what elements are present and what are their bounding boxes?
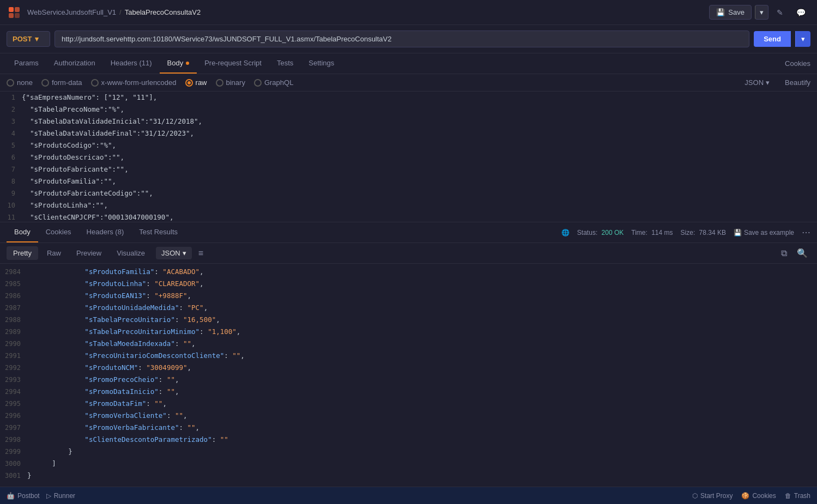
response-line: 2996 "sPromoVerbaCliente": "", xyxy=(0,410,817,422)
radio-none[interactable]: none xyxy=(7,78,33,87)
view-tab-pretty[interactable]: Pretty xyxy=(7,246,38,260)
body-format-selector[interactable]: JSON ▾ xyxy=(745,78,770,87)
svg-rect-0 xyxy=(9,7,14,12)
search-response-button[interactable]: 🔍 xyxy=(794,246,810,260)
response-line: 2984 "sProdutoFamilia": "ACABADO", xyxy=(0,266,817,278)
trash-button[interactable]: 🗑 Trash xyxy=(785,492,810,500)
response-line: 2985 "sProdutoLinha": "CLAREADOR", xyxy=(0,278,817,290)
tab-settings[interactable]: Settings xyxy=(301,53,342,74)
request-tab-bar: Params Authorization Headers (11) Body P… xyxy=(0,53,817,74)
editor-line: 10 "sProdutoLinha":"", xyxy=(0,199,817,211)
save-button[interactable]: 💾 Save xyxy=(709,5,752,20)
response-tab-body[interactable]: Body xyxy=(7,222,38,242)
tab-headers[interactable]: Headers (11) xyxy=(103,53,160,74)
comment-icon-button[interactable]: 💬 xyxy=(791,5,810,20)
globe-icon: 🌐 xyxy=(561,229,570,236)
tab-authorization[interactable]: Authorization xyxy=(46,53,103,74)
editor-line: 7 "sProdutoFabricante":"", xyxy=(0,163,817,175)
radio-graphql[interactable]: GraphQL xyxy=(254,78,293,87)
request-area: POST ▾ Send ▾ xyxy=(0,25,817,53)
request-body-editor[interactable]: 1{"saEmpresaNumero": ["12", "11"],2 "sTa… xyxy=(0,92,817,222)
response-tab-cookies[interactable]: Cookies xyxy=(38,222,79,242)
json-badge[interactable]: JSON ▾ xyxy=(745,78,770,87)
save-icon-small: 💾 xyxy=(734,229,742,236)
breadcrumb-separator: / xyxy=(119,8,122,16)
radio-circle-binary xyxy=(216,79,223,87)
response-format-selector[interactable]: JSON ▾ xyxy=(156,247,192,259)
time-value: 114 ms xyxy=(651,229,673,236)
response-view-bar: Pretty Raw Preview Visualize JSON ▾ ≡ ⧉ … xyxy=(0,243,817,264)
response-line: 2993 "sPromoPrecoCheio": "", xyxy=(0,374,817,386)
runner-icon: ▷ xyxy=(46,492,51,500)
radio-circle-raw xyxy=(185,79,193,87)
filter-icon[interactable]: ≡ xyxy=(198,248,203,258)
editor-line: 5 "sProdutoCodigo":"%", xyxy=(0,139,817,151)
save-as-example-button[interactable]: 💾 Save as example xyxy=(734,229,794,236)
postbot-button[interactable]: 🤖 Postbot xyxy=(7,492,40,500)
response-line: 2998 "sClienteDescontoParametrizado": "" xyxy=(0,434,817,446)
cookies-button[interactable]: 🍪 Cookies xyxy=(741,492,776,500)
editor-line: 2 "sTabelaPrecoNome":"%", xyxy=(0,104,817,116)
edit-icon-button[interactable]: ✎ xyxy=(772,5,788,20)
breadcrumb-current: TabelaPrecoConsultaV2 xyxy=(125,8,201,16)
send-dropdown-button[interactable]: ▾ xyxy=(795,31,810,47)
response-line: 2995 "sPromoDataFim": "", xyxy=(0,398,817,410)
url-input[interactable] xyxy=(55,31,749,47)
size-info: Size: 78.34 KB xyxy=(681,229,726,236)
body-dot xyxy=(186,62,189,65)
response-tab-headers[interactable]: Headers (8) xyxy=(79,222,132,242)
view-tab-visualize[interactable]: Visualize xyxy=(110,246,152,260)
response-tab-bar: Body Cookies Headers (8) Test Results 🌐 … xyxy=(0,222,817,243)
response-line: 2991 "sPrecoUnitarioComDescontoCliente":… xyxy=(0,350,817,362)
response-line: 2994 "sPromoDataInicio": "", xyxy=(0,386,817,398)
beautify-button[interactable]: Beautify xyxy=(785,78,810,87)
radio-urlencoded[interactable]: x-www-form-urlencoded xyxy=(91,78,177,87)
radio-form-data[interactable]: form-data xyxy=(41,78,82,87)
copy-response-button[interactable]: ⧉ xyxy=(778,247,790,260)
radio-binary[interactable]: binary xyxy=(216,78,245,87)
response-line: 2986 "sProdutoEAN13": "+9888F", xyxy=(0,290,817,302)
radio-circle-urlencoded xyxy=(91,79,99,87)
runner-button[interactable]: ▷ Runner xyxy=(46,492,75,500)
tab-tests[interactable]: Tests xyxy=(269,53,301,74)
radio-raw[interactable]: raw xyxy=(185,78,207,87)
radio-circle-form-data xyxy=(41,79,49,87)
response-tab-test-results[interactable]: Test Results xyxy=(131,222,185,242)
more-options-icon[interactable]: ⋯ xyxy=(802,227,810,238)
cookies-link[interactable]: Cookies xyxy=(785,59,810,68)
status-bar-right: ⬡ Start Proxy 🍪 Cookies 🗑 Trash xyxy=(692,492,810,500)
response-body-viewer[interactable]: 2984 "sProdutoFamilia": "ACABADO",2985 "… xyxy=(0,264,817,487)
size-value: 78.34 KB xyxy=(699,229,726,236)
editor-line: 4 "sTabelaDataValidadeFinal":"31/12/2023… xyxy=(0,127,817,139)
response-line: 3000 ] xyxy=(0,458,817,470)
save-dropdown-button[interactable]: ▾ xyxy=(755,5,768,20)
response-format-dropdown-icon: ▾ xyxy=(183,249,186,257)
status-badge: Status: 200 OK xyxy=(577,229,624,236)
radio-circle-none xyxy=(7,79,14,87)
svg-rect-3 xyxy=(15,13,20,18)
response-status-bar: 🌐 Status: 200 OK Time: 114 ms Size: 78.3… xyxy=(561,227,810,238)
breadcrumb-parent[interactable]: WebServiceJundsoftFull_V1 xyxy=(27,8,116,16)
view-tab-preview[interactable]: Preview xyxy=(70,246,108,260)
body-type-bar: none form-data x-www-form-urlencoded raw… xyxy=(0,74,817,92)
response-line: 2989 "sTabelaPrecoUnitarioMinimo": "1,10… xyxy=(0,326,817,338)
save-icon: 💾 xyxy=(716,8,725,16)
send-button[interactable]: Send xyxy=(754,31,791,47)
start-proxy-button[interactable]: ⬡ Start Proxy xyxy=(692,492,733,500)
bottom-panel: Body Cookies Headers (8) Test Results 🌐 … xyxy=(0,222,817,487)
view-tab-raw[interactable]: Raw xyxy=(40,246,68,260)
tab-params[interactable]: Params xyxy=(7,53,46,74)
response-line: 2987 "sProdutoUnidadeMedida": "PC", xyxy=(0,302,817,314)
method-selector[interactable]: POST ▾ xyxy=(7,31,50,47)
cookies-icon: 🍪 xyxy=(741,492,749,500)
editor-line: 3 "sTabelaDataValidadeInicial":"31/12/20… xyxy=(0,116,817,127)
status-value: 200 OK xyxy=(602,229,624,236)
method-dropdown-icon: ▾ xyxy=(35,35,39,43)
tab-pre-request[interactable]: Pre-request Script xyxy=(197,53,269,74)
save-label: Save xyxy=(728,8,745,16)
response-line: 2997 "sPromoVerbaFabricante": "", xyxy=(0,422,817,434)
tab-body[interactable]: Body xyxy=(160,53,197,74)
response-line: 3001} xyxy=(0,470,817,482)
send-label: Send xyxy=(764,35,781,43)
editor-line: 8 "sProdutoFamilia":"", xyxy=(0,175,817,187)
